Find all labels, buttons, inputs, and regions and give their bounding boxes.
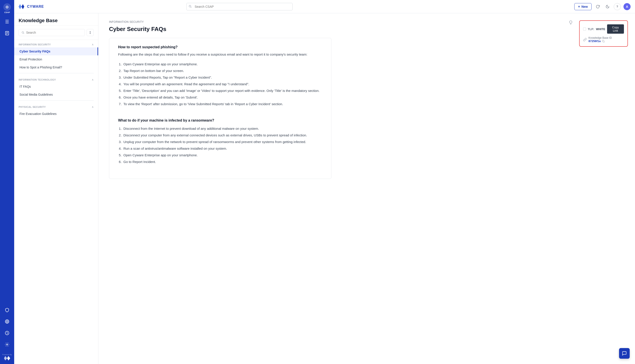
section-divider (118, 114, 322, 114)
nav-menu-button[interactable]: ☰ (0, 16, 14, 28)
sidebar-title: Knowledge Base (19, 18, 94, 24)
content-card: How to report suspected phishing? Follow… (109, 38, 331, 179)
sidebar-filter-button[interactable] (87, 29, 94, 36)
list-item: Run a scan of antivirus/antimalware soft… (123, 146, 322, 151)
cyware-logo-text: CYWARE (27, 5, 44, 9)
list-item: Once you have entered all details, Tap o… (123, 95, 322, 100)
powered-by-text: Powered By (2, 354, 12, 356)
kb-id-value: 87256f1a (588, 40, 601, 43)
tlp-value: WHITE (596, 28, 605, 31)
filter-icon (89, 31, 92, 34)
main-container: CYWARE + New (14, 0, 635, 364)
section-chevron-physical-security[interactable]: ∧ (92, 106, 94, 108)
list-item: Open Cyware Enterprise app on your smart… (123, 62, 322, 67)
help-icon-button[interactable]: ? (614, 3, 621, 10)
list-item: You will be prompted with an agreement. … (123, 82, 322, 87)
sidebar-item-it-faqs[interactable]: IT FAQs (14, 82, 98, 90)
powered-by-logo (4, 356, 10, 361)
sidebar-search-box[interactable] (19, 29, 85, 36)
nav-shield-button[interactable] (0, 304, 14, 316)
section-label-info-security: Information Security (19, 43, 51, 46)
sidebar-item-email-protection[interactable]: Email Protection (14, 55, 98, 63)
new-button[interactable]: + New (574, 3, 591, 10)
sidebar-item-cyber-security-faqs[interactable]: Cyber Security FAQs (14, 48, 98, 55)
page-title: Cyber Security FAQs (109, 26, 331, 32)
svg-point-10 (7, 344, 8, 345)
menu-icon: ☰ (5, 19, 9, 24)
left-nav: CSAP ☰ (0, 0, 14, 364)
list-item: Enter 'Title', 'Description' and you can… (123, 88, 322, 94)
topbar: CYWARE + New (14, 0, 635, 13)
section-header-info-security: Information Security ∧ (14, 40, 98, 48)
faq-intro-1: Following are the steps that you need to… (118, 52, 322, 57)
kb-id-row: Knowledge Base ID 87256f1a (583, 36, 624, 43)
app-home-button[interactable]: CSAP (0, 2, 14, 15)
list-item: To view the 'Report' after submission, g… (123, 102, 322, 107)
content-area: Knowledge Base (14, 13, 635, 364)
list-item: Tap Report on bottom bar of your screen. (123, 68, 322, 74)
list-item: Open Cyware Enterprise app on your smart… (123, 152, 322, 158)
sidebar-item-fire-evacuation[interactable]: Fire Evacuation Guidelines (14, 110, 98, 118)
section-header-info-technology: Information Technology ∧ (14, 75, 98, 82)
faq-question-2: What to do if your machine is infected b… (118, 118, 322, 122)
cyware-logo[interactable]: CYWARE (19, 3, 44, 10)
divider-2 (19, 100, 94, 100)
app-label: CSAP (4, 11, 10, 14)
copy-link-button[interactable]: Copy Link (607, 24, 624, 34)
svg-point-17 (22, 32, 24, 34)
moon-icon-button[interactable] (604, 3, 611, 10)
new-button-label: New (581, 5, 588, 8)
topbar-search-container (186, 3, 293, 10)
link-icon (583, 38, 587, 42)
chat-icon (622, 351, 627, 356)
sidebar-item-phishing-email[interactable]: How to Spot a Phishing Email? (14, 63, 98, 71)
faq-steps-2: Disconnect from the Internet to prevent … (118, 126, 322, 164)
list-item: Disconnect your computer from any extern… (123, 133, 322, 138)
svg-point-8 (7, 321, 7, 322)
section-chevron-info-security[interactable]: ∧ (92, 43, 94, 46)
svg-line-16 (191, 7, 191, 8)
clock-icon (5, 330, 10, 336)
breadcrumb: Information Security (109, 20, 331, 24)
tlp-label: TLP: (588, 28, 594, 31)
main-content: Information Security Cyber Security FAQs… (98, 13, 635, 364)
sidebar-item-social-media[interactable]: Social Media Guidelines (14, 90, 98, 98)
kb-id-info: Knowledge Base ID 87256f1a (588, 36, 612, 43)
faq-steps-1: Open Cyware Enterprise app on your smart… (118, 62, 322, 107)
nav-radar-button[interactable] (0, 316, 14, 327)
bulb-icon-button[interactable] (568, 20, 573, 26)
search-input[interactable] (186, 3, 293, 10)
svg-marker-13 (19, 4, 22, 9)
section-label-info-technology: Information Technology (19, 78, 56, 81)
radar-icon (5, 319, 10, 324)
copy-icon[interactable] (602, 40, 605, 42)
sidebar: Knowledge Base (14, 13, 98, 364)
chat-button[interactable] (619, 348, 630, 359)
topbar-right: + New ? A (574, 3, 630, 10)
svg-rect-20 (603, 41, 604, 42)
svg-marker-12 (7, 356, 10, 360)
sidebar-search-icon (22, 31, 24, 34)
svg-marker-11 (4, 356, 7, 360)
tlp-checkbox[interactable] (583, 28, 586, 30)
kb-id-label: Knowledge Base ID (588, 36, 612, 40)
list-item: Disconnect from the Internet to prevent … (123, 126, 322, 131)
nav-clock-button[interactable] (0, 327, 14, 339)
user-avatar[interactable]: A (623, 3, 630, 10)
settings-icon (5, 342, 10, 347)
app-icon (3, 3, 11, 11)
shield-icon (5, 308, 10, 312)
nav-settings-button[interactable] (0, 339, 14, 350)
section-label-physical-security: Physical Security (19, 106, 46, 108)
list-item: Unplug your computer from the network to… (123, 139, 322, 144)
sidebar-search-input[interactable] (26, 31, 82, 34)
new-button-plus: + (578, 5, 580, 9)
nav-notes-button[interactable] (0, 28, 14, 39)
list-item: Under Submitted Reports, Tap on "Report … (123, 75, 322, 80)
section-chevron-info-technology[interactable]: ∧ (92, 78, 94, 81)
tlp-panel: TLP: WHITE Copy Link Knowledge Base ID 8 (579, 20, 628, 47)
main-content-inner: Information Security Cyber Security FAQs… (98, 13, 342, 186)
svg-point-15 (189, 5, 191, 7)
svg-point-1 (7, 7, 8, 8)
refresh-icon-button[interactable] (594, 3, 601, 10)
